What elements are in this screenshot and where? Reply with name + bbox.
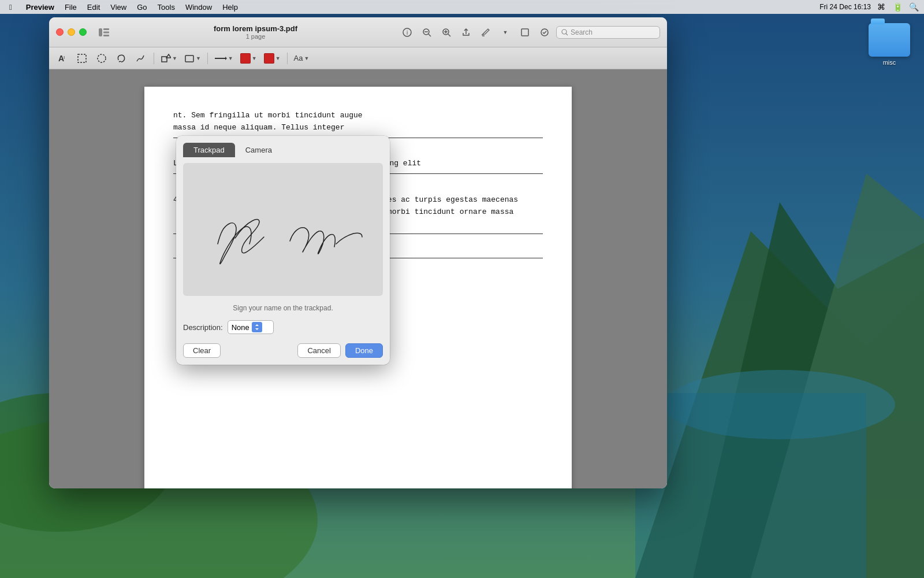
menubar:  Preview File Edit View Go Tools Window… xyxy=(0,0,924,14)
pdf-text-3a: nt. Sem fringilla ut morbi tincidunt aug… xyxy=(173,110,543,122)
battery-icon: 🔋 xyxy=(892,1,903,13)
window-menu[interactable]: Window xyxy=(181,0,217,14)
done-button[interactable]: Done xyxy=(345,343,383,358)
tools-menu[interactable]: Tools xyxy=(153,0,180,14)
signature-canvas[interactable] xyxy=(183,163,383,296)
signature-dialog: Trackpad Camera xyxy=(176,136,390,365)
crop-btn[interactable] xyxy=(517,26,533,39)
apple-menu[interactable]:  xyxy=(5,0,17,14)
select-stepper[interactable] xyxy=(252,322,262,332)
share-btn[interactable] xyxy=(458,26,474,39)
desktop-folder[interactable]: misc xyxy=(866,23,912,66)
fill-color-btn[interactable]: ▼ xyxy=(262,51,283,66)
border-color-btn[interactable]: ▼ xyxy=(238,51,259,66)
svg-line-25 xyxy=(566,34,568,35)
svg-marker-2 xyxy=(693,202,924,578)
edit-menu[interactable]: Edit xyxy=(83,0,105,14)
rect-select-btn[interactable] xyxy=(73,51,91,66)
svg-line-15 xyxy=(429,34,431,36)
svg-point-29 xyxy=(98,54,106,62)
search-placeholder: Search xyxy=(571,28,593,36)
svg-marker-34 xyxy=(225,57,227,60)
toolbar-sep-1 xyxy=(154,53,154,64)
clear-button[interactable]: Clear xyxy=(183,343,221,358)
title-info: form lorem ipsum-3.pdf 1 page xyxy=(117,24,394,40)
maximize-button[interactable] xyxy=(79,28,87,36)
traffic-lights xyxy=(56,28,87,36)
svg-rect-22 xyxy=(521,29,528,36)
minimize-button[interactable] xyxy=(68,28,75,36)
sidebar-toggle-btn[interactable] xyxy=(96,26,112,39)
shape-btn[interactable]: ▼ xyxy=(158,51,180,66)
border-color-swatch xyxy=(240,53,251,64)
desktop:  Preview File Edit View Go Tools Window… xyxy=(0,0,924,578)
svg-rect-10 xyxy=(103,31,109,33)
app-name-menu[interactable]: Preview xyxy=(21,0,59,14)
content-area: nt. Sem fringilla ut morbi tincidunt aug… xyxy=(49,69,667,488)
folder-label: misc xyxy=(883,59,896,66)
file-menu[interactable]: File xyxy=(60,0,81,14)
app-window: form lorem ipsum-3.pdf 1 page i xyxy=(49,17,667,488)
markup-btn[interactable] xyxy=(478,26,494,39)
toolbar-sep-2 xyxy=(207,53,208,64)
desc-row: Description: None xyxy=(176,318,390,340)
pdf-text-3b: massa id neque aliquam. Tellus integer xyxy=(173,122,543,134)
svg-rect-28 xyxy=(78,54,86,62)
ellipse-select-btn[interactable] xyxy=(93,51,110,66)
dialog-hint: Sign your name on the trackpad. xyxy=(176,302,390,318)
rect-btn[interactable]: ▼ xyxy=(182,51,203,66)
search-field[interactable]: Search xyxy=(556,26,660,39)
svg-point-24 xyxy=(562,29,567,34)
svg-line-18 xyxy=(448,34,450,36)
dialog-footer: Clear Cancel Done xyxy=(176,340,390,365)
menubar-time: Fri 24 Dec 16:13 xyxy=(819,3,871,11)
close-button[interactable] xyxy=(56,28,64,36)
svg-marker-3 xyxy=(751,173,924,578)
view-menu[interactable]: View xyxy=(106,0,131,14)
tab-camera[interactable]: Camera xyxy=(235,143,282,157)
folder-icon xyxy=(869,23,910,57)
svg-marker-1 xyxy=(635,231,924,578)
window-title: form lorem ipsum-3.pdf xyxy=(214,24,297,33)
window-subtitle: 1 page xyxy=(246,33,266,40)
font-label: Aa xyxy=(294,54,303,62)
desc-label: Description: xyxy=(183,323,223,332)
annotate-btn[interactable] xyxy=(536,26,553,39)
menubar-right: Fri 24 Dec 16:13 ⌘ 🔋 🔍 xyxy=(819,1,919,13)
svg-rect-8 xyxy=(99,28,102,36)
info-btn[interactable]: i xyxy=(399,26,415,39)
titlebar-controls: i xyxy=(399,26,660,39)
help-menu[interactable]: Help xyxy=(218,0,243,14)
svg-rect-5 xyxy=(635,393,866,578)
fill-color-swatch xyxy=(264,53,274,64)
markup-arrow-btn[interactable]: ▼ xyxy=(497,26,513,39)
toolbar: A I xyxy=(49,47,667,69)
svg-text:I: I xyxy=(64,55,65,60)
svg-marker-31 xyxy=(166,54,171,58)
toolbar-sep-3 xyxy=(287,53,288,64)
svg-rect-9 xyxy=(103,28,109,30)
zoom-in-btn[interactable] xyxy=(438,26,454,39)
svg-rect-32 xyxy=(185,55,193,62)
svg-text:i: i xyxy=(407,29,408,36)
cancel-button[interactable]: Cancel xyxy=(297,343,340,358)
svg-rect-11 xyxy=(103,35,109,36)
svg-point-4 xyxy=(664,370,895,439)
dialog-tabs: Trackpad Camera xyxy=(176,136,390,157)
folder-tab xyxy=(871,18,885,24)
line-style-btn[interactable]: ▼ xyxy=(212,51,236,66)
go-menu[interactable]: Go xyxy=(132,0,151,14)
font-btn[interactable]: Aa ▼ xyxy=(292,51,312,66)
sketch-btn[interactable] xyxy=(132,51,150,66)
desc-select[interactable]: None xyxy=(228,320,274,334)
text-tool-btn[interactable]: A I xyxy=(54,51,71,66)
titlebar: form lorem ipsum-3.pdf 1 page i xyxy=(49,17,667,47)
lasso-btn[interactable] xyxy=(113,51,130,66)
tab-trackpad[interactable]: Trackpad xyxy=(183,143,235,157)
search-menubar-icon[interactable]: 🔍 xyxy=(908,1,919,13)
desc-value: None xyxy=(232,323,249,332)
wifi-icon: ⌘ xyxy=(875,1,887,13)
zoom-out-btn[interactable] xyxy=(419,26,435,39)
menubar-left:  Preview File Edit View Go Tools Window… xyxy=(5,0,243,14)
